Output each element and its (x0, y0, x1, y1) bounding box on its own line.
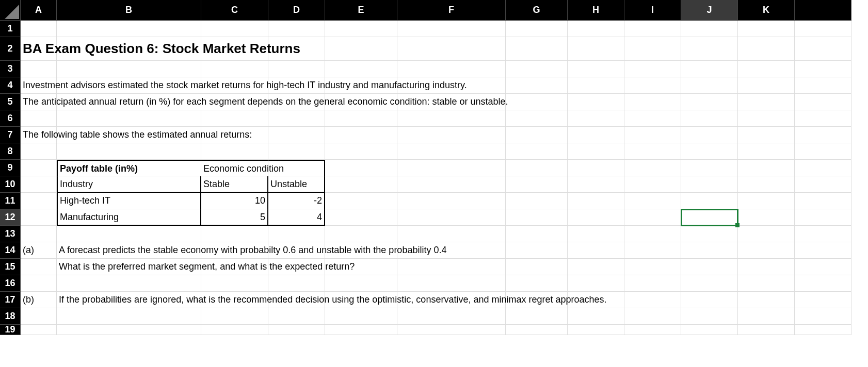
cell-H15[interactable] (568, 259, 624, 275)
cell-H6[interactable] (568, 110, 624, 127)
cell-I12[interactable] (624, 209, 681, 226)
cell-K13[interactable] (738, 226, 795, 242)
cell-D1[interactable] (268, 21, 325, 37)
cell-J2[interactable] (681, 37, 738, 61)
cell-H10[interactable] (568, 176, 624, 193)
cell-F19[interactable] (397, 325, 506, 335)
cell-H1[interactable] (568, 21, 624, 37)
cell-B10[interactable]: Industry (57, 176, 201, 193)
cell-extra-12[interactable] (795, 209, 851, 226)
cell-A5[interactable]: The anticipated annual return (in %) for… (21, 94, 57, 110)
cell-G10[interactable] (506, 176, 568, 193)
cell-F7[interactable] (397, 127, 506, 143)
cell-I2[interactable] (624, 37, 681, 61)
cell-J7[interactable] (681, 127, 738, 143)
cell-extra-6[interactable] (795, 110, 851, 127)
cell-B6[interactable] (57, 110, 201, 127)
cell-D13[interactable] (268, 226, 325, 242)
cell-D8[interactable] (268, 143, 325, 160)
cell-B15[interactable]: What is the preferred market segment, an… (57, 259, 201, 275)
cell-F18[interactable] (397, 308, 506, 325)
cell-E13[interactable] (325, 226, 397, 242)
col-header-H[interactable]: H (568, 0, 624, 21)
cell-F1[interactable] (397, 21, 506, 37)
cell-J17[interactable] (681, 292, 738, 308)
cell-A19[interactable] (21, 325, 57, 335)
cell-A10[interactable] (21, 176, 57, 193)
cell-F8[interactable] (397, 143, 506, 160)
row-header-10[interactable]: 10 (0, 176, 21, 193)
cell-G16[interactable] (506, 275, 568, 292)
cell-A9[interactable] (21, 160, 57, 176)
cell-D19[interactable] (268, 325, 325, 335)
cell-B8[interactable] (57, 143, 201, 160)
cell-H5[interactable] (568, 94, 624, 110)
col-header-G[interactable]: G (506, 0, 568, 21)
cell-A1[interactable] (21, 21, 57, 37)
cell-H9[interactable] (568, 160, 624, 176)
cell-C9[interactable]: Economic condition (201, 160, 268, 176)
cell-B12[interactable]: Manufacturing (57, 209, 201, 226)
cell-K8[interactable] (738, 143, 795, 160)
cell-G4[interactable] (506, 77, 568, 94)
cell-D7[interactable] (268, 127, 325, 143)
cell-I15[interactable] (624, 259, 681, 275)
cell-I1[interactable] (624, 21, 681, 37)
spreadsheet-grid[interactable]: A B C D E F G H I J K 1 2 BA Exam Questi… (0, 0, 868, 335)
cell-B18[interactable] (57, 308, 201, 325)
row-header-11[interactable]: 11 (0, 193, 21, 209)
cell-K19[interactable] (738, 325, 795, 335)
cell-F2[interactable] (397, 37, 506, 61)
cell-B19[interactable] (57, 325, 201, 335)
cell-J14[interactable] (681, 242, 738, 259)
row-header-9[interactable]: 9 (0, 160, 21, 176)
cell-C13[interactable] (201, 226, 268, 242)
col-header-E[interactable]: E (325, 0, 397, 21)
cell-H11[interactable] (568, 193, 624, 209)
cell-K9[interactable] (738, 160, 795, 176)
cell-E9[interactable] (325, 160, 397, 176)
row-header-19[interactable]: 19 (0, 325, 21, 335)
cell-A2[interactable]: BA Exam Question 6: Stock Market Returns (21, 37, 57, 61)
cell-J4[interactable] (681, 77, 738, 94)
cell-E1[interactable] (325, 21, 397, 37)
col-header-D[interactable]: D (268, 0, 325, 21)
cell-J3[interactable] (681, 61, 738, 77)
cell-A12[interactable] (21, 209, 57, 226)
col-header-extra[interactable] (795, 0, 851, 21)
row-header-2[interactable]: 2 (0, 37, 21, 61)
cell-B1[interactable] (57, 21, 201, 37)
row-header-18[interactable]: 18 (0, 308, 21, 325)
cell-F11[interactable] (397, 193, 506, 209)
col-header-F[interactable]: F (397, 0, 506, 21)
select-all-corner[interactable] (0, 0, 21, 21)
row-header-5[interactable]: 5 (0, 94, 21, 110)
cell-D3[interactable] (268, 61, 325, 77)
row-header-3[interactable]: 3 (0, 61, 21, 77)
cell-E16[interactable] (325, 275, 397, 292)
cell-A11[interactable] (21, 193, 57, 209)
cell-A17[interactable]: (b) (21, 292, 57, 308)
cell-H12[interactable] (568, 209, 624, 226)
cell-I6[interactable] (624, 110, 681, 127)
cell-G15[interactable] (506, 259, 568, 275)
cell-J16[interactable] (681, 275, 738, 292)
cell-extra-3[interactable] (795, 61, 851, 77)
row-header-4[interactable]: 4 (0, 77, 21, 94)
cell-D10[interactable]: Unstable (268, 176, 325, 193)
cell-K6[interactable] (738, 110, 795, 127)
cell-G9[interactable] (506, 160, 568, 176)
cell-F12[interactable] (397, 209, 506, 226)
cell-B11[interactable]: High-tech IT (57, 193, 201, 209)
cell-E12[interactable] (325, 209, 397, 226)
cell-G5[interactable] (506, 94, 568, 110)
cell-extra-7[interactable] (795, 127, 851, 143)
cell-K12[interactable] (738, 209, 795, 226)
cell-D6[interactable] (268, 110, 325, 127)
cell-K10[interactable] (738, 176, 795, 193)
cell-extra-15[interactable] (795, 259, 851, 275)
cell-H14[interactable] (568, 242, 624, 259)
cell-D11[interactable]: -2 (268, 193, 325, 209)
row-header-17[interactable]: 17 (0, 292, 21, 308)
cell-I8[interactable] (624, 143, 681, 160)
